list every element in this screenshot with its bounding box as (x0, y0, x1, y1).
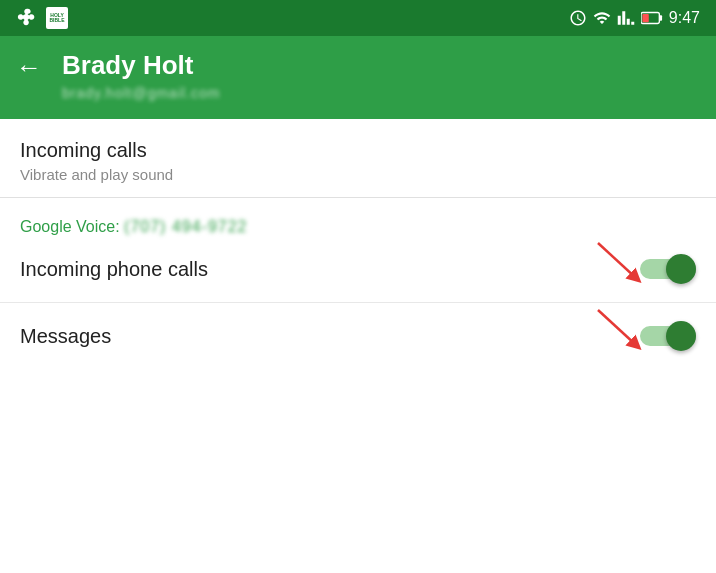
messages-row: Messages (0, 303, 716, 369)
contact-name: Brady Holt (62, 50, 220, 81)
pinwheel-icon (16, 7, 38, 29)
incoming-calls-section: Incoming calls Vibrate and play sound (0, 119, 716, 198)
google-voice-section: Google Voice: (707) 494-9722 (0, 198, 716, 236)
svg-rect-2 (642, 14, 648, 22)
svg-rect-1 (659, 15, 662, 21)
contact-email: brady.holt@gmail.com (62, 85, 220, 101)
incoming-phone-calls-label: Incoming phone calls (20, 258, 208, 281)
incoming-calls-toggle[interactable] (640, 254, 696, 284)
alarm-icon (569, 9, 587, 27)
toggle-thumb (666, 254, 696, 284)
bible-icon: HOLYBIBLE (46, 7, 68, 29)
status-bar-right: 9:47 (569, 9, 700, 27)
arrow-1-icon (588, 238, 648, 288)
back-button[interactable]: ← (16, 54, 42, 80)
incoming-calls-title: Incoming calls (20, 139, 696, 162)
toggle-thumb-2 (666, 321, 696, 351)
google-voice-number: (707) 494-9722 (124, 218, 247, 235)
status-bar-left: HOLYBIBLE (16, 7, 68, 29)
header: ← Brady Holt brady.holt@gmail.com (0, 36, 716, 119)
incoming-phone-calls-row: Incoming phone calls (0, 236, 716, 303)
arrow-2-icon (588, 305, 648, 355)
signal-icon (617, 9, 635, 27)
messages-toggle[interactable] (640, 321, 696, 351)
svg-line-3 (598, 243, 636, 278)
messages-label: Messages (20, 325, 111, 348)
status-bar: HOLYBIBLE 9:47 (0, 0, 716, 36)
wifi-icon (593, 9, 611, 27)
google-voice-label: Google Voice: (707) 494-9722 (20, 218, 248, 235)
status-time: 9:47 (669, 9, 700, 27)
battery-icon (641, 11, 663, 25)
header-text: Brady Holt brady.holt@gmail.com (62, 50, 220, 101)
content: Incoming calls Vibrate and play sound Go… (0, 119, 716, 369)
svg-line-4 (598, 310, 636, 345)
incoming-calls-subtitle: Vibrate and play sound (20, 166, 696, 183)
